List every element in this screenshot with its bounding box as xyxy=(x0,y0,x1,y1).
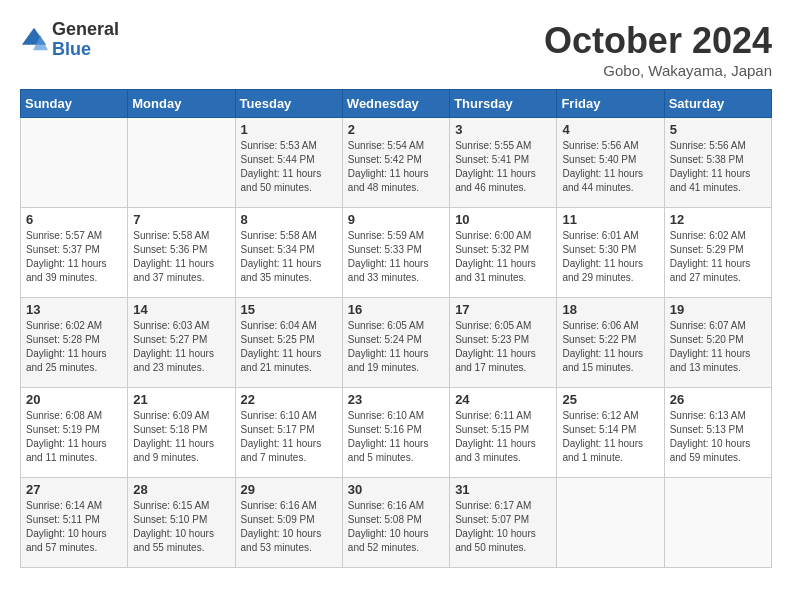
day-number: 8 xyxy=(241,212,337,227)
day-detail: Sunrise: 6:09 AM Sunset: 5:18 PM Dayligh… xyxy=(133,409,229,465)
day-number: 21 xyxy=(133,392,229,407)
calendar-cell: 13Sunrise: 6:02 AM Sunset: 5:28 PM Dayli… xyxy=(21,298,128,388)
calendar-cell: 4Sunrise: 5:56 AM Sunset: 5:40 PM Daylig… xyxy=(557,118,664,208)
weekday-header: Wednesday xyxy=(342,90,449,118)
day-detail: Sunrise: 5:56 AM Sunset: 5:38 PM Dayligh… xyxy=(670,139,766,195)
calendar-cell: 15Sunrise: 6:04 AM Sunset: 5:25 PM Dayli… xyxy=(235,298,342,388)
day-number: 31 xyxy=(455,482,551,497)
title-location: Gobo, Wakayama, Japan xyxy=(544,62,772,79)
calendar-week-row: 1Sunrise: 5:53 AM Sunset: 5:44 PM Daylig… xyxy=(21,118,772,208)
calendar-cell: 26Sunrise: 6:13 AM Sunset: 5:13 PM Dayli… xyxy=(664,388,771,478)
calendar-cell: 30Sunrise: 6:16 AM Sunset: 5:08 PM Dayli… xyxy=(342,478,449,568)
calendar-cell: 29Sunrise: 6:16 AM Sunset: 5:09 PM Dayli… xyxy=(235,478,342,568)
day-number: 12 xyxy=(670,212,766,227)
calendar-cell: 9Sunrise: 5:59 AM Sunset: 5:33 PM Daylig… xyxy=(342,208,449,298)
calendar-cell xyxy=(21,118,128,208)
day-detail: Sunrise: 6:04 AM Sunset: 5:25 PM Dayligh… xyxy=(241,319,337,375)
day-number: 20 xyxy=(26,392,122,407)
day-detail: Sunrise: 6:02 AM Sunset: 5:28 PM Dayligh… xyxy=(26,319,122,375)
day-detail: Sunrise: 5:58 AM Sunset: 5:36 PM Dayligh… xyxy=(133,229,229,285)
calendar-cell: 14Sunrise: 6:03 AM Sunset: 5:27 PM Dayli… xyxy=(128,298,235,388)
logo: General Blue xyxy=(20,20,119,60)
day-detail: Sunrise: 6:06 AM Sunset: 5:22 PM Dayligh… xyxy=(562,319,658,375)
day-number: 23 xyxy=(348,392,444,407)
logo-text: General Blue xyxy=(52,20,119,60)
calendar-cell: 8Sunrise: 5:58 AM Sunset: 5:34 PM Daylig… xyxy=(235,208,342,298)
day-detail: Sunrise: 6:01 AM Sunset: 5:30 PM Dayligh… xyxy=(562,229,658,285)
calendar-cell xyxy=(557,478,664,568)
calendar-week-row: 27Sunrise: 6:14 AM Sunset: 5:11 PM Dayli… xyxy=(21,478,772,568)
day-detail: Sunrise: 5:58 AM Sunset: 5:34 PM Dayligh… xyxy=(241,229,337,285)
day-number: 17 xyxy=(455,302,551,317)
calendar-cell xyxy=(128,118,235,208)
day-number: 9 xyxy=(348,212,444,227)
day-detail: Sunrise: 5:59 AM Sunset: 5:33 PM Dayligh… xyxy=(348,229,444,285)
calendar-cell: 2Sunrise: 5:54 AM Sunset: 5:42 PM Daylig… xyxy=(342,118,449,208)
calendar-cell: 22Sunrise: 6:10 AM Sunset: 5:17 PM Dayli… xyxy=(235,388,342,478)
calendar-cell: 21Sunrise: 6:09 AM Sunset: 5:18 PM Dayli… xyxy=(128,388,235,478)
day-detail: Sunrise: 6:05 AM Sunset: 5:23 PM Dayligh… xyxy=(455,319,551,375)
day-number: 13 xyxy=(26,302,122,317)
calendar-cell: 31Sunrise: 6:17 AM Sunset: 5:07 PM Dayli… xyxy=(450,478,557,568)
day-number: 6 xyxy=(26,212,122,227)
day-detail: Sunrise: 6:16 AM Sunset: 5:08 PM Dayligh… xyxy=(348,499,444,555)
logo-general: General xyxy=(52,20,119,40)
day-detail: Sunrise: 5:57 AM Sunset: 5:37 PM Dayligh… xyxy=(26,229,122,285)
weekday-header: Friday xyxy=(557,90,664,118)
weekday-header: Thursday xyxy=(450,90,557,118)
calendar-cell: 28Sunrise: 6:15 AM Sunset: 5:10 PM Dayli… xyxy=(128,478,235,568)
calendar-cell: 24Sunrise: 6:11 AM Sunset: 5:15 PM Dayli… xyxy=(450,388,557,478)
day-detail: Sunrise: 6:05 AM Sunset: 5:24 PM Dayligh… xyxy=(348,319,444,375)
weekday-header: Monday xyxy=(128,90,235,118)
day-detail: Sunrise: 6:07 AM Sunset: 5:20 PM Dayligh… xyxy=(670,319,766,375)
calendar-cell: 16Sunrise: 6:05 AM Sunset: 5:24 PM Dayli… xyxy=(342,298,449,388)
day-detail: Sunrise: 6:15 AM Sunset: 5:10 PM Dayligh… xyxy=(133,499,229,555)
day-detail: Sunrise: 5:55 AM Sunset: 5:41 PM Dayligh… xyxy=(455,139,551,195)
calendar-cell: 19Sunrise: 6:07 AM Sunset: 5:20 PM Dayli… xyxy=(664,298,771,388)
calendar-cell: 12Sunrise: 6:02 AM Sunset: 5:29 PM Dayli… xyxy=(664,208,771,298)
calendar-cell xyxy=(664,478,771,568)
day-number: 26 xyxy=(670,392,766,407)
weekday-header: Sunday xyxy=(21,90,128,118)
day-number: 16 xyxy=(348,302,444,317)
calendar-cell: 6Sunrise: 5:57 AM Sunset: 5:37 PM Daylig… xyxy=(21,208,128,298)
calendar-cell: 11Sunrise: 6:01 AM Sunset: 5:30 PM Dayli… xyxy=(557,208,664,298)
day-number: 29 xyxy=(241,482,337,497)
logo-icon xyxy=(20,26,48,54)
day-detail: Sunrise: 6:03 AM Sunset: 5:27 PM Dayligh… xyxy=(133,319,229,375)
day-number: 25 xyxy=(562,392,658,407)
day-detail: Sunrise: 6:12 AM Sunset: 5:14 PM Dayligh… xyxy=(562,409,658,465)
day-number: 14 xyxy=(133,302,229,317)
calendar-cell: 18Sunrise: 6:06 AM Sunset: 5:22 PM Dayli… xyxy=(557,298,664,388)
calendar-cell: 25Sunrise: 6:12 AM Sunset: 5:14 PM Dayli… xyxy=(557,388,664,478)
calendar-table: SundayMondayTuesdayWednesdayThursdayFrid… xyxy=(20,89,772,568)
calendar-cell: 10Sunrise: 6:00 AM Sunset: 5:32 PM Dayli… xyxy=(450,208,557,298)
calendar-week-row: 20Sunrise: 6:08 AM Sunset: 5:19 PM Dayli… xyxy=(21,388,772,478)
calendar-cell: 1Sunrise: 5:53 AM Sunset: 5:44 PM Daylig… xyxy=(235,118,342,208)
header: General Blue October 2024 Gobo, Wakayama… xyxy=(20,20,772,79)
weekday-header: Tuesday xyxy=(235,90,342,118)
calendar-week-row: 13Sunrise: 6:02 AM Sunset: 5:28 PM Dayli… xyxy=(21,298,772,388)
day-number: 19 xyxy=(670,302,766,317)
calendar-cell: 23Sunrise: 6:10 AM Sunset: 5:16 PM Dayli… xyxy=(342,388,449,478)
day-number: 22 xyxy=(241,392,337,407)
day-detail: Sunrise: 6:14 AM Sunset: 5:11 PM Dayligh… xyxy=(26,499,122,555)
day-detail: Sunrise: 6:00 AM Sunset: 5:32 PM Dayligh… xyxy=(455,229,551,285)
calendar-cell: 20Sunrise: 6:08 AM Sunset: 5:19 PM Dayli… xyxy=(21,388,128,478)
calendar-cell: 17Sunrise: 6:05 AM Sunset: 5:23 PM Dayli… xyxy=(450,298,557,388)
day-number: 15 xyxy=(241,302,337,317)
title-area: October 2024 Gobo, Wakayama, Japan xyxy=(544,20,772,79)
calendar-cell: 7Sunrise: 5:58 AM Sunset: 5:36 PM Daylig… xyxy=(128,208,235,298)
logo-blue: Blue xyxy=(52,40,119,60)
day-number: 4 xyxy=(562,122,658,137)
day-number: 24 xyxy=(455,392,551,407)
day-number: 5 xyxy=(670,122,766,137)
day-number: 7 xyxy=(133,212,229,227)
day-number: 2 xyxy=(348,122,444,137)
day-number: 10 xyxy=(455,212,551,227)
calendar-cell: 27Sunrise: 6:14 AM Sunset: 5:11 PM Dayli… xyxy=(21,478,128,568)
day-detail: Sunrise: 5:56 AM Sunset: 5:40 PM Dayligh… xyxy=(562,139,658,195)
day-detail: Sunrise: 5:54 AM Sunset: 5:42 PM Dayligh… xyxy=(348,139,444,195)
header-row: SundayMondayTuesdayWednesdayThursdayFrid… xyxy=(21,90,772,118)
day-number: 1 xyxy=(241,122,337,137)
